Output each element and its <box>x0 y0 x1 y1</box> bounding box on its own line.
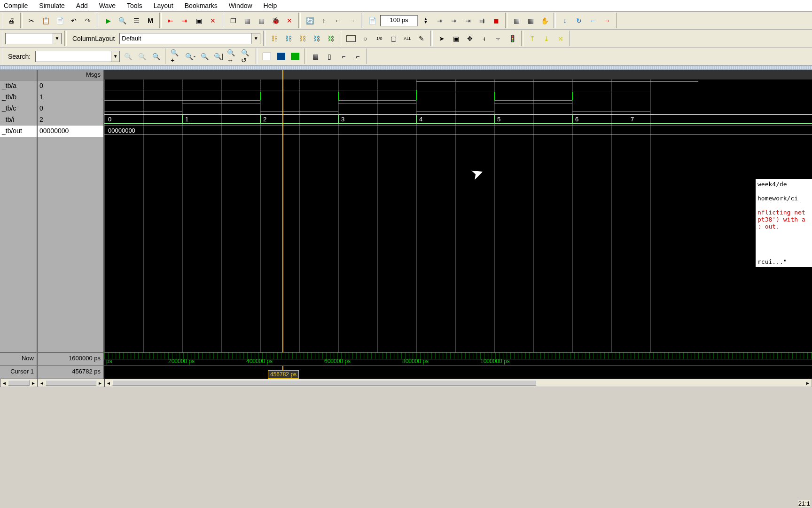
menu-simulate[interactable]: Simulate <box>39 2 64 9</box>
mode4-icon[interactable]: ▢ <box>387 32 399 45</box>
menu-tools[interactable]: Tools <box>127 2 142 9</box>
mode1-icon[interactable] <box>345 32 357 45</box>
break-icon[interactable]: ▣ <box>193 15 205 27</box>
down-blue-icon[interactable]: ↓ <box>559 15 571 27</box>
doc-icon[interactable]: 📄 <box>366 15 378 27</box>
zoom-last-icon[interactable]: 🔍↺ <box>241 50 253 63</box>
copy-icon[interactable]: 📋 <box>39 15 52 27</box>
right-arrow-icon[interactable]: → <box>346 15 358 27</box>
run-all-icon[interactable]: ⇉ <box>476 15 488 27</box>
search-opts-icon[interactable]: 🔍 <box>150 50 162 63</box>
wave-x-icon[interactable]: ⤨ <box>554 32 567 45</box>
run-icon[interactable]: ▶ <box>102 15 114 27</box>
delete-layer-icon[interactable]: ✕ <box>283 15 296 27</box>
wave-cursor[interactable] <box>282 70 283 352</box>
run1-icon[interactable]: ⇥ <box>434 15 446 27</box>
align2-icon[interactable]: ⫟ <box>492 32 504 45</box>
layers-icon[interactable]: ❐ <box>227 15 239 27</box>
zoom-range-icon[interactable]: 🔍↔ <box>226 50 239 63</box>
menu-window[interactable]: Window <box>229 2 252 9</box>
spinner-icon[interactable]: ▲▼ <box>420 15 432 27</box>
memory-icon[interactable]: M <box>144 15 156 27</box>
bug-icon[interactable]: 🐞 <box>269 15 281 27</box>
wave-dn-icon[interactable]: ⤓ <box>540 32 553 45</box>
find-icon[interactable]: 🔍 <box>116 15 128 27</box>
link3-icon[interactable]: ⛓ <box>297 32 309 45</box>
up-arrow-icon[interactable]: ↑ <box>318 15 330 27</box>
up-blue-icon[interactable]: ↻ <box>573 15 585 27</box>
signal-row[interactable]: _tb/i <box>0 114 37 126</box>
signal-value-column[interactable]: Msgs 0 1 0 2 00000000 <box>38 70 104 352</box>
grid2-icon[interactable]: ▦ <box>255 15 267 27</box>
align1-icon[interactable]: ⫞ <box>478 32 490 45</box>
chevron-down-icon[interactable]: ▼ <box>251 33 260 44</box>
pattern2-icon[interactable]: ▯ <box>323 50 336 63</box>
run3-icon[interactable]: ⇥ <box>462 15 474 27</box>
hand-icon[interactable]: ✋ <box>539 15 551 27</box>
zoom-full-icon[interactable]: 🔍 <box>198 50 211 63</box>
run2-icon[interactable]: ⇥ <box>448 15 460 27</box>
stop-run-icon[interactable]: ◼ <box>490 15 502 27</box>
signal-name-column[interactable]: _tb/a _tb/b _tb/c _tb/i _tb/out <box>0 70 38 352</box>
list-icon[interactable]: ☰ <box>130 15 142 27</box>
signal-row[interactable]: _tb/a <box>0 80 37 92</box>
wave-style3-icon[interactable] <box>289 50 301 63</box>
step-back-icon[interactable]: ⇤ <box>164 15 177 27</box>
left-blue-icon[interactable]: ← <box>587 15 599 27</box>
wave-hscroll[interactable]: ◄► <box>104 379 812 387</box>
link1-icon[interactable]: ⛓ <box>268 32 281 45</box>
undo-icon[interactable]: ↶ <box>68 15 80 27</box>
cursor-badge[interactable]: 456782 ps <box>268 370 299 379</box>
pattern3-icon[interactable]: ⌐ <box>337 50 350 63</box>
traffic-icon[interactable]: 🚦 <box>506 32 518 45</box>
wand-icon[interactable]: ✎ <box>415 32 428 45</box>
time-field[interactable]: 100 ps <box>380 15 418 26</box>
menu-compile[interactable]: Compile <box>4 2 28 9</box>
chevron-down-icon[interactable]: ▼ <box>53 33 61 44</box>
wave-style2-icon[interactable] <box>275 50 287 63</box>
chevron-down-icon[interactable]: ▼ <box>111 51 119 62</box>
chip1-icon[interactable]: ▦ <box>510 15 523 27</box>
menu-add[interactable]: Add <box>76 2 88 9</box>
menu-bookmarks[interactable]: Bookmarks <box>185 2 218 9</box>
waveform-canvas[interactable]: 0 1 2 3 4 5 6 7 00000000 ➤ <box>104 70 812 352</box>
move-icon[interactable]: ✥ <box>464 32 476 45</box>
cursor-track[interactable]: 456782 ps <box>104 366 812 379</box>
mode-all-icon[interactable]: ALL <box>401 32 414 45</box>
signal-row[interactable]: _tb/out <box>0 126 37 137</box>
link2-icon[interactable]: ⛓ <box>282 32 295 45</box>
stop-icon[interactable]: ✕ <box>207 15 219 27</box>
pattern4-icon[interactable]: ⌐ <box>351 50 364 63</box>
menu-help[interactable]: Help <box>264 2 277 9</box>
right-red-icon[interactable]: → <box>601 15 613 27</box>
refresh-icon[interactable]: 🔄 <box>304 15 316 27</box>
link5-icon[interactable]: ⛓ <box>325 32 337 45</box>
search-prev-icon[interactable]: 🔍 <box>136 50 148 63</box>
time-ruler[interactable]: ps 200000 ps 400000 ps 600000 ps 800000 … <box>104 353 812 365</box>
signal-hscroll[interactable]: ◄► <box>0 379 38 387</box>
zoom-in-icon[interactable]: 🔍+ <box>170 50 182 63</box>
wave-style1-icon[interactable] <box>261 50 273 63</box>
link4-icon[interactable]: ⛓ <box>311 32 323 45</box>
search-next-icon[interactable]: 🔍 <box>122 50 134 63</box>
signal-row[interactable]: _tb/b <box>0 92 37 103</box>
paste-icon[interactable]: 📄 <box>54 15 66 27</box>
print-icon[interactable]: 🖨 <box>5 15 17 27</box>
menu-layout[interactable]: Layout <box>154 2 173 9</box>
signal-row[interactable]: _tb/c <box>0 103 37 114</box>
mode3-icon[interactable]: 1/0 <box>373 32 385 45</box>
columnlayout-combo[interactable]: ▼ <box>119 33 260 44</box>
chip2-icon[interactable]: ▦ <box>524 15 537 27</box>
redo-icon[interactable]: ↷ <box>82 15 94 27</box>
select-icon[interactable]: ▣ <box>450 32 462 45</box>
wave-up-icon[interactable]: ⤒ <box>526 32 539 45</box>
panel-drag-handle[interactable] <box>0 65 812 70</box>
zoom-cursor-icon[interactable]: 🔍| <box>212 50 225 63</box>
left-arrow-icon[interactable]: ← <box>332 15 344 27</box>
cut-icon[interactable]: ✂ <box>25 15 38 27</box>
grid1-icon[interactable]: ▦ <box>241 15 253 27</box>
mode2-icon[interactable]: ○ <box>359 32 371 45</box>
pointer-icon[interactable]: ➤ <box>436 32 448 45</box>
zoom-out-icon[interactable]: 🔍- <box>184 50 196 63</box>
search-combo[interactable]: ▼ <box>35 51 120 62</box>
